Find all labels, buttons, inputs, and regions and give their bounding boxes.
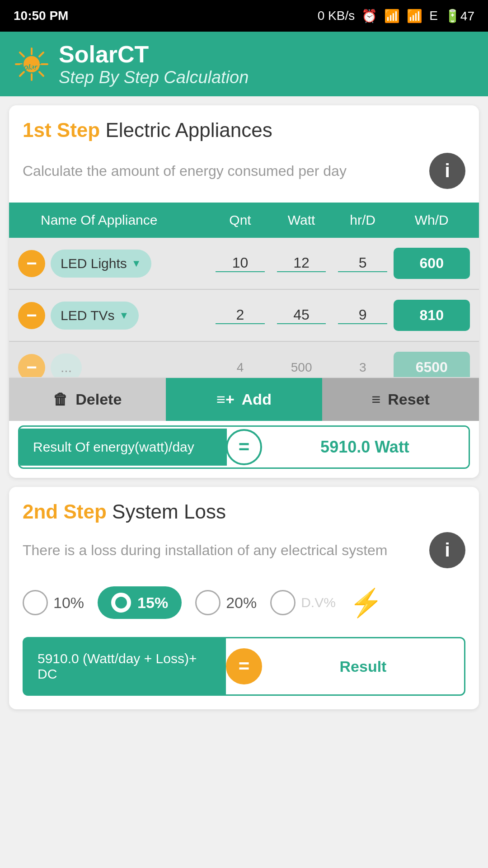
hrd-cell-3: 3 (332, 360, 394, 375)
dropdown-arrow-2: ▼ (119, 310, 129, 321)
watt-cell-1 (271, 255, 332, 272)
radio-option-10[interactable]: 10% (23, 590, 84, 615)
radio-pill-circle-15 (111, 593, 131, 613)
radio-label-20: 20% (226, 594, 257, 612)
col-name-header: Name Of Appliance (18, 212, 210, 228)
qnt-cell-1 (210, 255, 271, 272)
step2-title: 2nd Step System Loss (23, 500, 465, 523)
main-content: 1st Step Electric Appliances Calculate t… (0, 96, 488, 718)
radio-circle-20 (195, 590, 221, 615)
watt-cell-3: 500 (271, 360, 332, 375)
whd-result-2: 810 (394, 300, 470, 331)
step2-info-button[interactable]: i (429, 532, 465, 568)
header: Solar CT SolarCT Step By Step Calculatio… (0, 32, 488, 96)
radio-option-dv[interactable]: D.V% (270, 590, 336, 615)
radio-option-15[interactable]: 15% (98, 586, 182, 619)
trash-icon: 🗑 (53, 391, 68, 408)
radio-option-20[interactable]: 20% (195, 590, 257, 615)
qnt-input-2[interactable] (216, 307, 264, 324)
radio-label-15: 15% (137, 594, 168, 612)
reset-icon: ≡ (371, 391, 380, 408)
col-watt-header: Watt (271, 212, 332, 228)
remove-button-3[interactable]: − (18, 354, 45, 378)
svg-line-7 (39, 52, 43, 57)
svg-line-6 (39, 72, 43, 76)
status-right: 0 KB/s ⏰ 📶 📶 E 🔋47 (318, 9, 474, 24)
table-header: Name Of Appliance Qnt Watt hr/D Wh/D (9, 203, 479, 238)
step2-result-value: Result (262, 645, 464, 688)
step1-description: Calculate the amount of energy consumed … (23, 163, 429, 179)
step2-number: 2nd Step (23, 500, 107, 523)
step2-name: System Loss (112, 500, 226, 523)
appliance-name-cell-1: − LED Lights ▼ (18, 250, 210, 278)
step1-info-row: Calculate the amount of energy consumed … (23, 148, 465, 193)
step2-info-row: There is a loss during installation of a… (23, 532, 465, 568)
action-buttons: 🗑 Delete ≡+ Add ≡ Reset (9, 378, 479, 421)
reset-button[interactable]: ≡ Reset (322, 378, 479, 421)
watt-cell-2 (271, 307, 332, 324)
watt-input-1[interactable] (277, 255, 326, 272)
appliance-tag-2[interactable]: LED TVs ▼ (51, 302, 139, 330)
app-subtitle: Step By Step Calculation (59, 68, 249, 87)
hrd-input-2[interactable] (338, 307, 387, 324)
svg-text:CT: CT (31, 63, 41, 71)
radio-label-10: 10% (53, 594, 84, 612)
appliance-tag-3[interactable]: ... (51, 354, 82, 378)
sun-logo-icon: Solar CT (14, 46, 50, 82)
logo-container: Solar CT (14, 46, 50, 82)
app-name: SolarCT (59, 41, 249, 68)
add-button[interactable]: ≡+ Add (166, 378, 323, 421)
step1-name: Electric Appliances (105, 119, 272, 141)
step1-header: 1st Step Electric Appliances Calculate t… (9, 105, 479, 203)
appliance-name-cell-3: − ... (18, 354, 210, 378)
hrd-cell-1 (332, 255, 394, 272)
radio-pill-dot-15 (115, 597, 127, 609)
delete-label: Delete (75, 391, 122, 408)
signal-icon: 📶 (384, 9, 400, 24)
radio-options: 10% 15% 20% D.V% ⚡ (23, 577, 465, 628)
dropdown-arrow-1: ▼ (131, 258, 141, 269)
delete-button[interactable]: 🗑 Delete (9, 378, 166, 421)
step2-card: 2nd Step System Loss There is a loss dur… (9, 487, 479, 709)
appliance-name-2: LED TVs (61, 308, 115, 323)
reset-label: Reset (388, 391, 430, 408)
network-type: E (429, 9, 438, 23)
svg-line-8 (20, 72, 24, 76)
lightning-icon: ⚡ (349, 587, 383, 619)
battery-icon: 🔋47 (445, 9, 474, 24)
qnt-input-1[interactable] (216, 255, 264, 272)
appliance-name-1: LED Lights (61, 256, 127, 271)
step2-result-label: 5910.0 (Watt/day + Loss)+ DC (24, 638, 226, 694)
step2-equals-icon[interactable]: = (226, 648, 262, 684)
step1-equals-icon[interactable]: = (226, 429, 262, 465)
appliance-tag-1[interactable]: LED Lights ▼ (51, 250, 151, 278)
watt-input-2[interactable] (277, 307, 326, 324)
qnt-cell-2 (210, 307, 271, 324)
step1-card: 1st Step Electric Appliances Calculate t… (9, 105, 479, 478)
step2-description: There is a loss during installation of a… (23, 542, 429, 559)
appliance-row-3: − ... 4 500 3 6500 (9, 342, 479, 378)
add-icon: ≡+ (216, 391, 235, 408)
radio-circle-dv (270, 590, 296, 615)
add-label: Add (242, 391, 272, 408)
step2-result-row: 5910.0 (Watt/day + Loss)+ DC = Result (23, 637, 465, 696)
hrd-cell-2 (332, 307, 394, 324)
appliance-name-cell-2: − LED TVs ▼ (18, 302, 210, 330)
col-hr-header: hr/D (332, 212, 394, 228)
remove-button-1[interactable]: − (18, 250, 45, 277)
status-time: 10:50 PM (14, 9, 68, 23)
step1-title: 1st Step Electric Appliances (23, 119, 465, 142)
data-speed: 0 KB/s (318, 9, 355, 23)
step1-result-label: Result Of energy(watt)/day (19, 429, 227, 466)
alarm-icon: ⏰ (361, 9, 377, 24)
step1-result-row: Result Of energy(watt)/day = 5910.0 Watt (18, 425, 470, 469)
appliance-row-2: − LED TVs ▼ 810 (9, 290, 479, 342)
remove-button-2[interactable]: − (18, 302, 45, 329)
appliance-row-1: − LED Lights ▼ 600 (9, 238, 479, 290)
step1-number: 1st Step (23, 119, 100, 141)
step1-info-button[interactable]: i (429, 153, 465, 189)
radio-label-dv: D.V% (301, 595, 336, 610)
hrd-input-1[interactable] (338, 255, 387, 272)
qnt-cell-3: 4 (210, 360, 271, 375)
col-whd-header: Wh/D (394, 212, 470, 228)
